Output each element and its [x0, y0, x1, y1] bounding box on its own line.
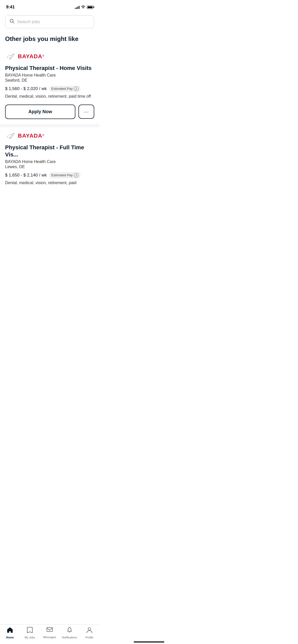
pay-row-1: $ 1,560 - $ 2,020 / wk Estimated Pay i: [5, 86, 94, 92]
info-icon-2[interactable]: i: [74, 173, 78, 178]
estimated-pay-badge-2[interactable]: Estimated Pay i: [49, 172, 81, 178]
pay-range-2: $ 1,650 - $ 2,140 / wk: [5, 173, 47, 178]
apply-button-1[interactable]: Apply Now: [5, 105, 75, 119]
estimated-pay-label-2: Estimated Pay: [51, 173, 73, 177]
svg-line-1: [13, 22, 14, 23]
estimated-pay-badge-1[interactable]: Estimated Pay i: [49, 86, 81, 92]
benefits-1: Dental, medical, vision, retirement, pai…: [5, 93, 94, 99]
section-header: Other jobs you might like: [0, 32, 99, 48]
status-icons: [75, 5, 93, 9]
signal-icon: [75, 6, 79, 9]
more-options-button-1[interactable]: ···: [78, 105, 94, 119]
job-title-2: Physical Therapist - Full Time Vis...: [5, 144, 94, 158]
status-bar: 9:41: [0, 0, 99, 13]
location-2: Lewes, DE: [5, 165, 94, 169]
search-bar[interactable]: Search jobs: [5, 15, 94, 28]
benefits-2: Dental, medical, vision, retirement, pai…: [5, 180, 94, 186]
svg-point-3: [13, 133, 14, 134]
job-title-1: Physical Therapist - Home Visits: [5, 65, 94, 72]
company-logo-1: BAYADA®: [5, 52, 94, 61]
search-container: Search jobs: [0, 13, 99, 32]
info-icon-1[interactable]: i: [74, 86, 78, 91]
company-logo-2: BAYADA®: [5, 131, 94, 140]
svg-point-2: [13, 54, 14, 54]
company-name-2: BAYADA Home Health Care: [5, 159, 94, 164]
pay-row-2: $ 1,650 - $ 2,140 / wk Estimated Pay i: [5, 172, 94, 178]
job-card-2: BAYADA® Physical Therapist - Full Time V…: [0, 127, 99, 194]
company-name-1: BAYADA Home Health Care: [5, 73, 94, 78]
pay-range-1: $ 1,560 - $ 2,020 / wk: [5, 86, 47, 91]
bayada-bird-icon: [5, 52, 16, 61]
search-icon: [9, 19, 15, 25]
bayada-brand-2: BAYADA®: [18, 133, 44, 139]
action-row-1: Apply Now ···: [5, 105, 94, 119]
job-card-1: BAYADA® Physical Therapist - Home Visits…: [0, 48, 99, 124]
bayada-brand: BAYADA®: [18, 53, 44, 60]
search-placeholder: Search jobs: [17, 19, 40, 24]
status-time: 9:41: [6, 5, 15, 10]
location-1: Seaford, DE: [5, 78, 94, 83]
battery-icon: [87, 6, 93, 9]
card-divider: [0, 124, 99, 127]
bayada-bird-icon-2: [5, 131, 16, 140]
estimated-pay-label-1: Estimated Pay: [51, 87, 73, 91]
wifi-icon: [81, 5, 85, 9]
